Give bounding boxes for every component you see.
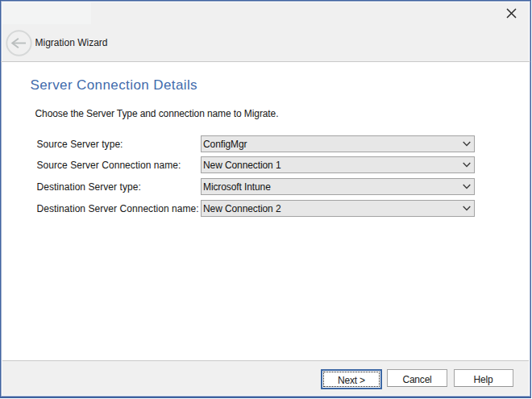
source-server-type-dropdown[interactable]: ConfigMgr — [201, 135, 475, 152]
title-bar[interactable] — [1, 1, 530, 23]
page-subtitle: Choose the Server Type and connection na… — [35, 108, 279, 119]
form-row-destination-server-type: Destination Server type: Microsoft Intun… — [1, 178, 530, 195]
destination-connection-name-value: New Connection 2 — [202, 203, 281, 214]
chevron-down-icon — [463, 141, 471, 147]
form-row-source-server-type: Source Server type: ConfigMgr — [1, 135, 530, 152]
cancel-button[interactable]: Cancel — [387, 369, 447, 387]
destination-connection-name-dropdown[interactable]: New Connection 2 — [201, 200, 475, 217]
wizard-title: Migration Wizard — [35, 23, 108, 60]
destination-connection-name-label: Destination Server Connection name: — [37, 200, 199, 217]
form-row-destination-connection-name: Destination Server Connection name: New … — [1, 200, 530, 217]
footer-bar: Next > Cancel Help — [1, 361, 530, 396]
source-connection-name-label: Source Server Connection name: — [37, 156, 181, 173]
source-server-type-label: Source Server type: — [37, 135, 123, 152]
title-bar-sheen — [2, 2, 91, 24]
chevron-down-icon — [463, 206, 471, 211]
chevron-down-icon — [463, 184, 471, 189]
close-icon — [506, 8, 517, 19]
form-row-source-connection-name: Source Server Connection name: New Conne… — [1, 156, 530, 173]
help-button[interactable]: Help — [454, 369, 513, 387]
wizard-window: Migration Wizard Server Connection Detai… — [0, 0, 531, 398]
page-title: Server Connection Details — [31, 77, 197, 94]
source-connection-name-dropdown[interactable]: New Connection 1 — [201, 156, 475, 173]
destination-server-type-value: Microsoft Intune — [202, 181, 271, 193]
close-button[interactable] — [499, 4, 525, 23]
next-button[interactable]: Next > — [321, 369, 382, 389]
destination-server-type-label: Destination Server type: — [37, 178, 141, 195]
arrow-left-circle-icon — [6, 30, 32, 56]
destination-server-type-dropdown[interactable]: Microsoft Intune — [201, 178, 475, 195]
chevron-down-icon — [463, 162, 471, 168]
wizard-header: Migration Wizard — [1, 23, 530, 60]
source-connection-name-value: New Connection 1 — [202, 160, 281, 171]
header-divider — [1, 61, 530, 62]
content-area: Server Connection Details Choose the Ser… — [1, 61, 530, 360]
source-server-type-value: ConfigMgr — [202, 139, 247, 150]
back-button[interactable] — [6, 30, 32, 56]
